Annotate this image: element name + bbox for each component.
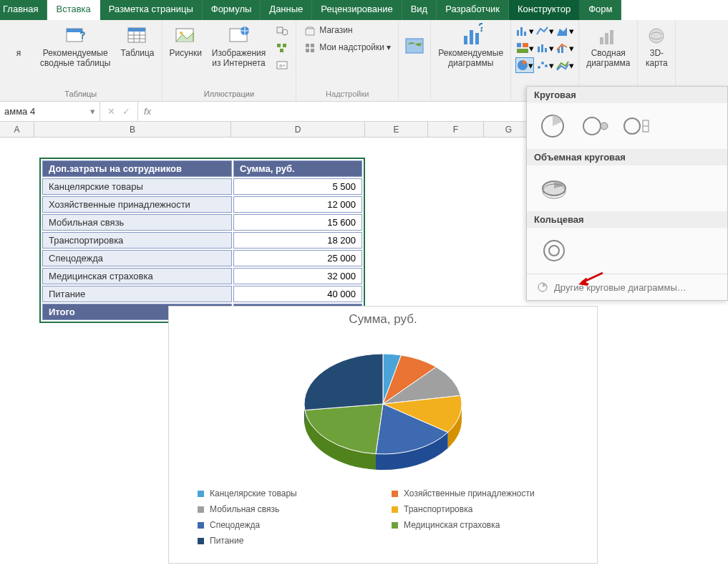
- row-label[interactable]: Хозяйственные принадлежности: [42, 196, 232, 213]
- more-pie-charts[interactable]: Другие круговые диаграммы…: [527, 274, 727, 300]
- tab-home[interactable]: Главная: [0, 0, 47, 20]
- table-row: Хозяйственные принадлежности12 000: [42, 196, 362, 213]
- tab-developer[interactable]: Разработчик: [437, 0, 509, 20]
- svg-point-50: [601, 122, 608, 130]
- row-value[interactable]: 32 000: [233, 268, 362, 284]
- doughnut-option[interactable]: [540, 238, 568, 264]
- svg-rect-46: [610, 30, 613, 44]
- svg-rect-35: [538, 47, 540, 52]
- tab-designer[interactable]: Конструктор: [509, 0, 580, 20]
- row-value[interactable]: 15 600: [233, 214, 362, 231]
- bing-maps-button[interactable]: [403, 23, 426, 69]
- my-addins-button[interactable]: Мои надстройки ▾: [301, 40, 394, 56]
- row-label[interactable]: Транспортировка: [42, 232, 232, 249]
- 3d-map-button[interactable]: 3D- карта: [642, 23, 671, 70]
- table-row: Канцелярские товары5 500: [42, 178, 362, 195]
- ribbon-tabs: Главная Вставка Разметка страницы Формул…: [0, 0, 728, 20]
- store-button[interactable]: Магазин: [301, 23, 394, 39]
- svg-rect-30: [520, 27, 523, 36]
- table-row: Мобильная связь15 600: [42, 214, 362, 231]
- legend-swatch: [392, 491, 398, 497]
- svg-rect-34: [517, 49, 528, 53]
- chart-column-button[interactable]: ▾: [515, 23, 534, 39]
- pie-2d-option[interactable]: [540, 113, 568, 139]
- col-D[interactable]: D: [231, 122, 365, 137]
- legend-swatch: [198, 491, 204, 497]
- group-tables-label: Таблицы: [64, 90, 97, 100]
- legend-swatch: [198, 538, 204, 544]
- data-table: Доп.затраты на сотрудников Сумма, руб. К…: [39, 158, 365, 323]
- tab-formulas[interactable]: Формулы: [203, 0, 261, 20]
- row-value[interactable]: 5 500: [233, 178, 362, 195]
- row-label[interactable]: Медицинская страховка: [42, 268, 232, 284]
- pie-bar-of-pie-option[interactable]: [623, 113, 651, 139]
- chart-legend: Канцелярские товарыХозяйственные принадл…: [169, 483, 597, 551]
- tab-format[interactable]: Форм: [580, 0, 621, 20]
- pivot-table-button-partial[interactable]: я: [4, 23, 33, 60]
- row-label[interactable]: Канцелярские товары: [42, 178, 232, 195]
- legend-label: Мобильная связь: [210, 504, 279, 514]
- cancel-icon[interactable]: ✕: [107, 106, 115, 117]
- legend-swatch: [198, 506, 204, 513]
- row-label[interactable]: Спецодежда: [42, 250, 232, 266]
- tab-data[interactable]: Данные: [261, 0, 312, 20]
- chart-pie-button[interactable]: ▾: [515, 57, 534, 73]
- col-E[interactable]: E: [365, 122, 428, 137]
- chart-line-button[interactable]: ▾: [535, 23, 554, 39]
- legend-item: Хозяйственные принадлежности: [392, 488, 568, 498]
- tab-review[interactable]: Рецензирование: [312, 0, 402, 20]
- col-F[interactable]: F: [428, 122, 484, 137]
- svg-point-57: [544, 241, 564, 261]
- pictures-button[interactable]: Рисунки: [167, 23, 205, 60]
- col-A[interactable]: A: [0, 122, 34, 137]
- svg-rect-45: [605, 33, 608, 44]
- svg-point-49: [583, 117, 601, 135]
- namebox-dropdown-icon[interactable]: ▾: [90, 106, 95, 117]
- online-pictures-button[interactable]: Изображения из Интернета: [209, 23, 268, 70]
- chart-statistic-button[interactable]: ▾: [535, 40, 554, 56]
- svg-text:a+: a+: [279, 62, 286, 69]
- row-value[interactable]: 25 000: [233, 250, 362, 266]
- smartart-button[interactable]: [273, 40, 291, 56]
- svg-rect-37: [545, 48, 547, 52]
- screenshot-button[interactable]: a+: [273, 57, 291, 73]
- recommended-charts-button[interactable]: ? Рекомендуемые диаграммы: [435, 23, 506, 70]
- chart-hierarchy-button[interactable]: ▾: [515, 40, 534, 56]
- chart-area-button[interactable]: ▾: [555, 23, 574, 39]
- row-value[interactable]: 12 000: [233, 196, 362, 213]
- pivot-chart-button[interactable]: Сводная диаграмма: [583, 23, 633, 70]
- name-box[interactable]: амма 4 ▾: [0, 102, 100, 121]
- svg-rect-39: [561, 46, 563, 53]
- chart-combo-button[interactable]: ▾: [555, 40, 574, 56]
- shapes-button[interactable]: [273, 23, 291, 39]
- row-value[interactable]: 40 000: [233, 286, 362, 302]
- chart-container[interactable]: Сумма, руб. Канцелярские товарыХозяйстве…: [168, 306, 598, 564]
- row-label[interactable]: Мобильная связь: [42, 214, 232, 231]
- store-icon: [304, 24, 316, 37]
- recommended-charts-icon: ?: [460, 24, 482, 47]
- svg-point-51: [624, 118, 640, 134]
- row-label[interactable]: Питание: [42, 286, 232, 302]
- table-button[interactable]: Таблица: [117, 23, 157, 60]
- tab-view[interactable]: Вид: [402, 0, 437, 20]
- svg-text:?: ?: [79, 29, 86, 41]
- section-3d-pie: Объемная круговая: [527, 149, 727, 165]
- pie-3d-option[interactable]: [540, 175, 568, 201]
- table-icon: [126, 24, 149, 47]
- svg-rect-17: [280, 49, 283, 52]
- recommended-pivot-icon: ?: [64, 24, 87, 47]
- col-B[interactable]: B: [34, 122, 231, 137]
- pie-exploded-option[interactable]: [581, 113, 610, 139]
- chart-scatter-button[interactable]: ▾: [535, 57, 554, 73]
- tab-insert[interactable]: Вставка: [47, 0, 100, 20]
- enter-icon[interactable]: ✓: [122, 106, 130, 117]
- svg-rect-29: [517, 30, 519, 36]
- table-row: Медицинская страховка32 000: [42, 268, 362, 284]
- chart-surface-button[interactable]: ▾: [555, 57, 574, 73]
- tab-page-layout[interactable]: Разметка страницы: [100, 0, 203, 20]
- svg-point-10: [180, 32, 183, 34]
- svg-point-47: [649, 29, 664, 43]
- recommended-pivot-tables-button[interactable]: ? Рекомендуемые сводные таблицы: [37, 23, 113, 70]
- legend-item: Канцелярские товары: [198, 488, 374, 498]
- row-value[interactable]: 18 200: [233, 232, 362, 249]
